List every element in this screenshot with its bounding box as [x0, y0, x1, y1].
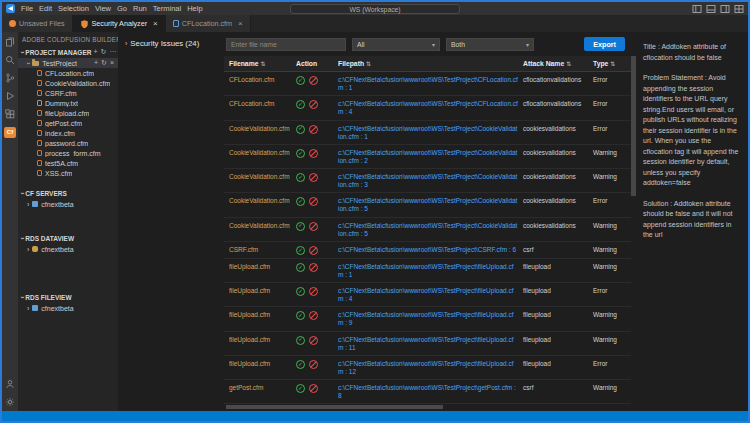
sort-icon[interactable]: ⇅: [366, 61, 371, 67]
vscode-logo-icon[interactable]: [6, 4, 15, 13]
sort-icon[interactable]: ⇅: [610, 61, 615, 67]
approve-issue-icon[interactable]: [296, 222, 305, 231]
tree-item-file[interactable]: CookieValidation.cfm: [18, 78, 118, 88]
vertical-scrollbar[interactable]: [631, 32, 636, 411]
issue-filepath-link[interactable]: c:\CFNextBeta\cfusion\wwwroot\WS\TestPro…: [338, 197, 523, 213]
issue-filepath-link[interactable]: c:\CFNextBeta\cfusion\wwwroot\WS\TestPro…: [338, 287, 523, 303]
section-cf-servers[interactable]: › CF SERVERS: [18, 188, 118, 199]
sort-icon[interactable]: ⇅: [566, 61, 571, 67]
col-filename[interactable]: Filename⇅: [224, 60, 296, 67]
block-issue-icon[interactable]: [309, 360, 318, 369]
settings-gear-icon[interactable]: [3, 396, 17, 408]
block-issue-icon[interactable]: [309, 263, 318, 272]
severity-filter-select[interactable]: All ▾: [352, 38, 440, 51]
sort-icon[interactable]: ⇅: [260, 61, 265, 67]
tree-item-file[interactable]: getPost.cfm: [18, 118, 118, 128]
menu-run[interactable]: Run: [130, 4, 150, 13]
approve-issue-icon[interactable]: [296, 76, 305, 85]
tree-item-file[interactable]: index.cfm: [18, 128, 118, 138]
menu-selection[interactable]: Selection: [55, 4, 92, 13]
issue-filepath-link[interactable]: c:\CFNextBeta\cfusion\wwwroot\WS\TestPro…: [338, 311, 523, 327]
tree-item-datasource[interactable]: › cfnextbeta: [18, 244, 118, 254]
menu-edit[interactable]: Edit: [36, 4, 55, 13]
block-issue-icon[interactable]: [309, 149, 318, 158]
toggle-sidebar-icon[interactable]: [692, 4, 702, 14]
run-debug-icon[interactable]: [3, 90, 17, 102]
approve-issue-icon[interactable]: [296, 149, 305, 158]
explorer-icon[interactable]: [3, 36, 17, 48]
block-issue-icon[interactable]: [309, 125, 318, 134]
block-issue-icon[interactable]: [309, 100, 318, 109]
approve-issue-icon[interactable]: [296, 336, 305, 345]
issue-row[interactable]: fileUpload.cfmc:\CFNextBeta\cfusion\wwwr…: [224, 259, 631, 283]
tree-item-file[interactable]: fileUpload.cfm: [18, 108, 118, 118]
close-tab-icon[interactable]: ×: [238, 19, 243, 28]
tab-security-analyzer[interactable]: Security Analyzer ×: [73, 15, 166, 32]
toggle-panel-icon[interactable]: [706, 4, 716, 14]
menu-help[interactable]: Help: [184, 4, 205, 13]
issue-filepath-link[interactable]: c:\CFNextBeta\cfusion\wwwroot\WS\TestPro…: [338, 100, 523, 116]
menu-go[interactable]: Go: [114, 4, 130, 13]
tree-item-file[interactable]: test5A.cfm: [18, 158, 118, 168]
block-issue-icon[interactable]: [309, 76, 318, 85]
scrollbar-thumb[interactable]: [226, 405, 443, 409]
issue-row[interactable]: CookieValidation.cfmc:\CFNextBeta\cfusio…: [224, 145, 631, 169]
issue-row[interactable]: fileUpload.cfmc:\CFNextBeta\cfusion\wwwr…: [224, 332, 631, 356]
issue-filepath-link[interactable]: c:\CFNextBeta\cfusion\wwwroot\WS\TestPro…: [338, 263, 523, 279]
approve-issue-icon[interactable]: [296, 197, 305, 206]
tree-item-file[interactable]: password.cfm: [18, 138, 118, 148]
issue-row[interactable]: getPost.cfmc:\CFNextBeta\cfusion\wwwroot…: [224, 380, 631, 404]
block-issue-icon[interactable]: [309, 336, 318, 345]
block-issue-icon[interactable]: [309, 311, 318, 320]
issue-row[interactable]: CFLocation.cfmc:\CFNextBeta\cfusion\wwwr…: [224, 96, 631, 120]
tab-cflocation[interactable]: CFLocation.cfm ×: [166, 15, 251, 32]
section-rds-dataview[interactable]: › RDS DATAVIEW: [18, 233, 118, 244]
col-type[interactable]: Type⇅: [593, 60, 631, 67]
issue-filepath-link[interactable]: c:\CFNextBeta\cfusion\wwwroot\WS\TestPro…: [338, 149, 523, 165]
source-control-icon[interactable]: [3, 72, 17, 84]
remove-project-icon[interactable]: ×: [110, 59, 114, 67]
issue-filepath-link[interactable]: c:\CFNextBeta\cfusion\wwwroot\WS\TestPro…: [338, 246, 523, 254]
issue-row[interactable]: CookieValidation.cfmc:\CFNextBeta\cfusio…: [224, 121, 631, 145]
tree-item-project[interactable]: › TestProject + ↻ ×: [18, 58, 118, 68]
issue-row[interactable]: fileUpload.cfmc:\CFNextBeta\cfusion\wwwr…: [224, 307, 631, 331]
issue-filepath-link[interactable]: c:\CFNextBeta\cfusion\wwwroot\WS\TestPro…: [338, 384, 523, 400]
block-issue-icon[interactable]: [309, 384, 318, 393]
col-attack-name[interactable]: Attack Name⇅: [523, 60, 593, 67]
new-file-icon[interactable]: +: [94, 59, 98, 67]
more-actions-icon[interactable]: ⋯: [109, 48, 116, 56]
approve-issue-icon[interactable]: [296, 384, 305, 393]
security-issues-panel-header[interactable]: › Security Issues (24): [118, 32, 224, 411]
extensions-icon[interactable]: [3, 108, 17, 120]
close-tab-icon[interactable]: ×: [153, 19, 158, 28]
menu-terminal[interactable]: Terminal: [150, 4, 184, 13]
tree-item-file[interactable]: CSRF.cfm: [18, 88, 118, 98]
issue-filepath-link[interactable]: c:\CFNextBeta\cfusion\wwwroot\WS\TestPro…: [338, 336, 523, 352]
tree-item-file[interactable]: XSS.cfm: [18, 168, 118, 178]
issue-row[interactable]: CookieValidation.cfmc:\CFNextBeta\cfusio…: [224, 218, 631, 242]
block-issue-icon[interactable]: [309, 287, 318, 296]
block-issue-icon[interactable]: [309, 173, 318, 182]
command-center[interactable]: WS (Workspace): [290, 4, 460, 14]
status-bar[interactable]: [2, 411, 748, 421]
approve-issue-icon[interactable]: [296, 125, 305, 134]
issue-filepath-link[interactable]: c:\CFNextBeta\cfusion\wwwroot\WS\TestPro…: [338, 125, 523, 141]
issue-row[interactable]: CookieValidation.cfmc:\CFNextBeta\cfusio…: [224, 193, 631, 217]
block-issue-icon[interactable]: [309, 197, 318, 206]
export-button[interactable]: Export: [584, 37, 625, 51]
col-filepath[interactable]: Filepath⇅: [338, 60, 523, 67]
type-filter-select[interactable]: Both ▾: [446, 38, 534, 51]
issue-row[interactable]: fileUpload.cfmc:\CFNextBeta\cfusion\wwwr…: [224, 356, 631, 380]
approve-issue-icon[interactable]: [296, 263, 305, 272]
coldfusion-builder-icon[interactable]: Cf: [3, 126, 17, 138]
refresh-project-icon[interactable]: ↻: [101, 59, 107, 67]
block-issue-icon[interactable]: [309, 222, 318, 231]
search-icon[interactable]: [3, 54, 17, 66]
issue-filepath-link[interactable]: c:\CFNextBeta\cfusion\wwwroot\WS\TestPro…: [338, 173, 523, 189]
approve-issue-icon[interactable]: [296, 173, 305, 182]
refresh-projects-icon[interactable]: ↻: [101, 48, 107, 56]
menu-file[interactable]: File: [18, 4, 36, 13]
issue-row[interactable]: CSRF.cfmc:\CFNextBeta\cfusion\wwwroot\WS…: [224, 242, 631, 259]
tree-item-file[interactable]: process_form.cfm: [18, 148, 118, 158]
issue-filepath-link[interactable]: c:\CFNextBeta\cfusion\wwwroot\WS\TestPro…: [338, 76, 523, 92]
